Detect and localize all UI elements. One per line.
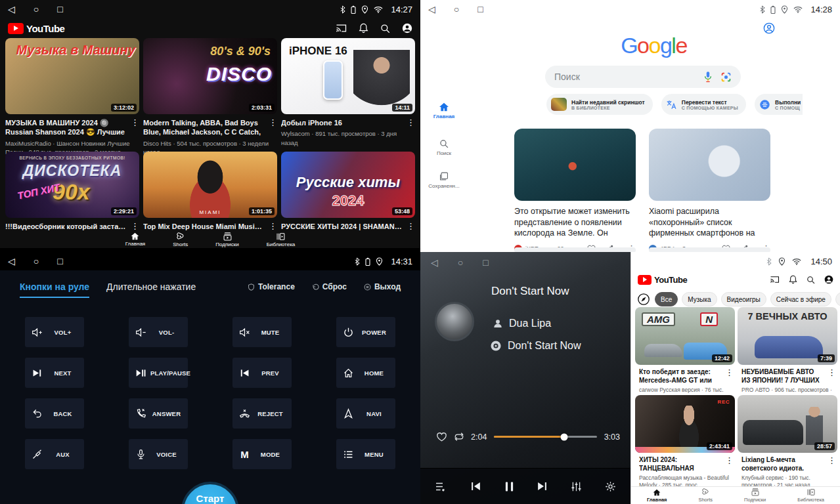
seek-knob[interactable] [560,433,567,440]
cast-icon[interactable] [336,24,347,33]
chip-live[interactable]: Сейчас в эфире [770,292,831,306]
video-title[interactable]: МУЗЫКА В МАШИНУ 2024 🔘 Russian Shanson 2… [5,118,127,137]
key-next[interactable]: NEXT [25,358,84,388]
video-thumbnail[interactable]: REC 2:43:41 [635,395,735,453]
article-title[interactable]: Xiaomi расширила «похоронный» список фир… [649,206,770,240]
nav-home[interactable]: Главная [125,232,145,247]
favorite-heart-icon[interactable] [436,432,447,442]
home-nav-icon[interactable]: ○ [33,256,39,266]
recents-nav-icon[interactable]: □ [57,256,62,266]
video-thumbnail[interactable]: 28:57 [738,395,837,453]
video-thumbnail[interactable]: iPHONE 16 14:11 [281,38,415,114]
tab-long-press[interactable]: Длительное нажатие [106,282,196,298]
discover-card[interactable]: Это открытие может изменить представлени… [514,129,636,252]
google-lens-icon[interactable] [720,72,732,83]
chip-translate-text[interactable]: Перевести текстС ПОМОЩЬЮ КАМЕРЫ [661,94,746,115]
key-menu[interactable]: MENU [336,439,395,469]
back-nav-icon[interactable]: ◁ [8,256,15,266]
cast-icon[interactable] [770,276,780,284]
rail-item-home[interactable]: Главная [420,102,468,119]
video-thumbnail[interactable]: MIAMI 1:01:35 [143,152,277,218]
chip-sketch[interactable]: Скетч-шоу [835,292,840,306]
nav-library[interactable]: Библиотека [267,232,296,247]
youtube-wordmark[interactable]: YouTube [26,23,64,34]
more-options-icon[interactable]: ⋮ [407,222,415,231]
key-vol-plus[interactable]: VOL+ [25,317,84,347]
key-play-pause[interactable]: PLAY/PAUSE [129,358,188,388]
discover-card[interactable]: Xiaomi расширила «похоронный» список фир… [649,129,770,252]
more-options-icon[interactable]: ⋮ [725,456,734,473]
more-options-icon[interactable]: ⋮ [269,222,277,231]
video-thumbnail[interactable]: 80's & 90's DISCO 2:03:31 [143,38,277,114]
playlist-icon[interactable] [435,482,447,492]
video-title[interactable]: ХИТЫ 2024: ТАНЦЕВАЛЬНАЯ МУЗЫКА🔥 СБОРНИК … [639,456,721,473]
more-options-icon[interactable]: ⋮ [131,222,139,231]
more-options-icon[interactable]: ⋮ [131,118,139,137]
home-nav-icon[interactable]: ○ [458,257,463,268]
video-thumbnail[interactable]: Музыка в Машину 3:12:02 [5,38,139,114]
nav-shorts[interactable]: Shorts [698,488,713,503]
key-mute[interactable]: MUTE [232,317,292,347]
rail-item-search[interactable]: Поиск [420,139,468,156]
notifications-bell-icon[interactable] [789,275,797,284]
chip-gaming[interactable]: Видеоигры [721,292,766,306]
article-title[interactable]: Это открытие может изменить представлени… [514,206,636,240]
more-options-icon[interactable]: ⋮ [828,456,836,473]
youtube-logo-icon[interactable] [8,23,24,34]
tab-wheel-buttons[interactable]: Кнопки на руле [20,282,89,298]
tolerance-action[interactable]: Tolerance [248,282,295,291]
more-options-icon[interactable]: ⋮ [269,118,277,137]
start-button[interactable]: Старт [181,482,239,504]
home-nav-icon[interactable]: ○ [33,4,39,14]
key-answer[interactable]: ANSWER [129,398,188,429]
voice-search-mic-icon[interactable] [703,71,713,83]
equalizer-icon[interactable] [571,481,582,492]
chip-find-screenshot[interactable]: Найти недавний скриншотВ БИБЛИОТЕКЕ [546,94,653,115]
nav-subscriptions[interactable]: Подписки [744,488,766,503]
back-nav-icon[interactable]: ◁ [428,4,435,14]
back-nav-icon[interactable]: ◁ [431,257,438,268]
video-thumbnail[interactable]: ВЕРНИСЬ В ЭПОХУ БЕЗЗАБОТНЫХ РИТМОВ! ДИСК… [5,152,139,218]
reset-action[interactable]: Сброс [312,282,347,291]
video-title[interactable]: Modern Talking, ABBA, Bad Boys Blue, Mic… [143,118,265,137]
youtube-logo-icon[interactable] [638,275,652,285]
key-aux[interactable]: AUX [25,439,84,469]
previous-track-icon[interactable] [470,481,481,492]
more-options-icon[interactable]: ⋮ [407,118,415,127]
back-nav-icon[interactable]: ◁ [8,4,15,14]
pause-icon[interactable] [504,481,514,492]
video-meta[interactable]: Wylsacom · 891 тыс. просмотров · 3 дня н… [281,129,415,147]
video-thumbnail[interactable]: 7 ВЕЧНЫХ АВТО 7:39 [738,307,837,365]
exit-action[interactable]: Выход [364,282,401,291]
search-icon[interactable] [807,276,815,284]
search-bar[interactable]: Поиск [545,66,741,88]
key-reject[interactable]: REJECT [232,398,292,429]
settings-gear-icon[interactable] [605,481,616,492]
video-title[interactable]: НЕУБИВАЕМЫЕ АВТО ИЗ ЯПОНИИ! 7 ЛУЧШИХ ВАР… [741,368,824,385]
key-vol-minus[interactable]: VOL- [129,317,188,347]
video-title[interactable]: Кто победит в заезде: Mercedes-AMG GT ил… [639,368,721,385]
key-home[interactable]: HOME [336,358,395,388]
key-power[interactable]: POWER [336,317,395,347]
video-title[interactable]: РУССКИЕ ХИТЫ 2024 | SHAMAN, Клава Кока, [281,222,403,231]
profile-avatar[interactable] [824,275,833,284]
chip-assistant-action[interactable]: ВыполниС ПОМОЩ [755,94,803,115]
video-title[interactable]: !!!Видеосборник который заставит тебя пе… [5,222,127,231]
chip-all[interactable]: Все [655,292,678,306]
notifications-bell-icon[interactable] [359,23,368,33]
key-mode[interactable]: MMODE [232,439,292,469]
home-nav-icon[interactable]: ○ [454,4,459,14]
profile-avatar[interactable] [402,23,412,33]
video-thumbnail[interactable]: Русские хиты 2024 53:48 [281,152,415,218]
explore-compass-icon[interactable] [636,292,651,306]
key-prev[interactable]: PREV [232,358,292,388]
seek-bar[interactable] [494,436,596,438]
repeat-icon[interactable] [453,432,465,442]
nav-shorts[interactable]: Shorts [173,232,188,247]
recents-nav-icon[interactable]: □ [477,4,483,14]
nav-subscriptions[interactable]: Подписки [215,232,238,247]
more-options-icon[interactable]: ⋮ [725,368,734,385]
key-voice[interactable]: VOICE [129,439,188,469]
album-art[interactable] [435,302,474,341]
nav-library[interactable]: Библиотека [797,488,824,503]
